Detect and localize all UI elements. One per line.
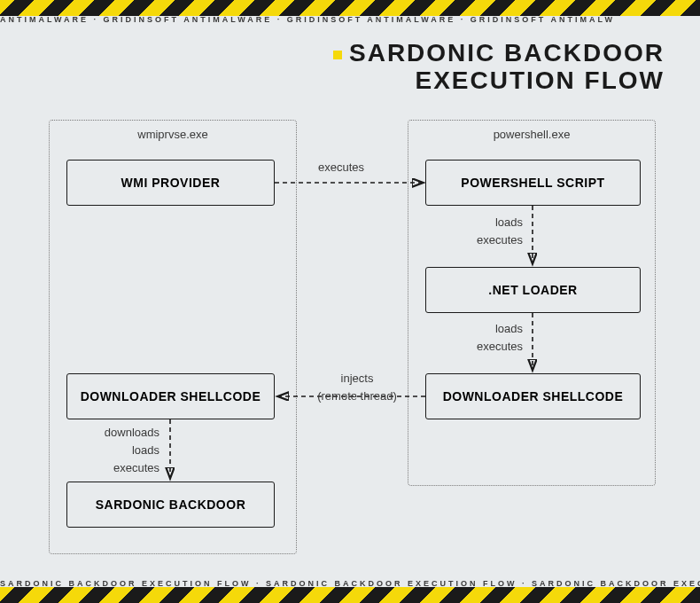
edge-label-loads-1: loads — [456, 215, 523, 231]
edge-label-executes-3: executes — [456, 339, 523, 355]
edge-label-injects: injects — [308, 371, 406, 387]
diagram-canvas: wmiprvse.exe powershell.exe WMI PROVIDER… — [0, 106, 700, 559]
edge-label-executes-1: executes — [306, 160, 377, 176]
diagram-title: SARDONIC BACKDOOR EXECUTION FLOW — [0, 40, 665, 95]
node-downloader-shellcode-right: DOWNLOADER SHELLCODE — [425, 373, 641, 419]
node-downloader-shellcode-left: DOWNLOADER SHELLCODE — [66, 373, 275, 419]
title-line-2: EXECUTION FLOW — [415, 67, 665, 94]
edge-label-executes-2: executes — [456, 232, 523, 248]
edge-label-remote-thread: (remote thread) — [308, 388, 406, 404]
watermark-ribbon-top: ANTIMALWARE · GRIDINSOFT ANTIMALWARE · G… — [0, 15, 700, 24]
node-powershell-script: POWERSHELL SCRIPT — [425, 160, 641, 206]
node-sardonic-backdoor: SARDONIC BACKDOOR — [66, 482, 275, 528]
edge-label-executes-4: executes — [84, 460, 159, 476]
title-line-1: SARDONIC BACKDOOR — [349, 39, 665, 67]
title-accent-icon — [333, 51, 342, 59]
node-wmi-provider: WMI PROVIDER — [66, 160, 275, 206]
edge-label-loads-3: loads — [84, 442, 159, 458]
process-wmiprvse-label: wmiprvse.exe — [50, 128, 296, 141]
edge-label-downloads: downloads — [84, 425, 159, 441]
hazard-strip-top — [0, 0, 700, 16]
node-net-loader: .NET LOADER — [425, 267, 641, 313]
process-powershell-label: powershell.exe — [408, 128, 655, 141]
edge-label-loads-2: loads — [456, 321, 523, 337]
hazard-strip-bottom — [0, 587, 700, 603]
